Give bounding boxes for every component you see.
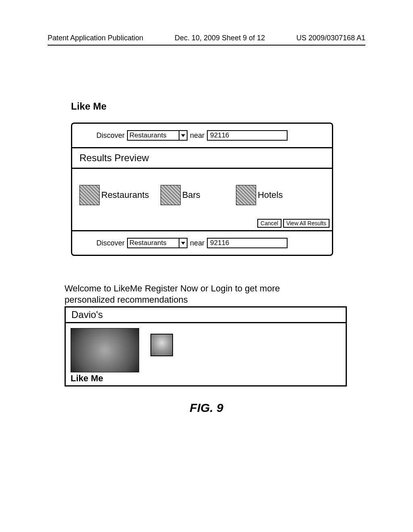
location-value: 92116	[210, 239, 229, 247]
bars-thumb-icon	[161, 185, 181, 205]
restaurant-thumb-icon	[79, 185, 100, 205]
main-panel: Discover Restaurants near 92116 Results …	[71, 123, 333, 256]
patent-header: Patent Application Publication Dec. 10, …	[48, 34, 365, 46]
chevron-down-icon[interactable]	[179, 238, 187, 248]
result-body	[66, 323, 346, 373]
search-bar-top: Discover Restaurants near 92116	[72, 124, 332, 147]
near-label: near	[190, 239, 204, 247]
header-left: Patent Application Publication	[48, 34, 143, 42]
discover-label: Discover	[96, 239, 125, 247]
welcome-text: Welcome to LikeMe Register Now or Login …	[65, 283, 331, 305]
header-center: Dec. 10, 2009 Sheet 9 of 12	[175, 34, 265, 42]
result-card: Davio's Like Me	[65, 306, 347, 387]
location-input[interactable]: 92116	[207, 130, 288, 141]
results-heading: Results Preview	[72, 148, 332, 168]
result-name: Davio's	[66, 308, 346, 323]
hotels-thumb-icon	[236, 185, 256, 205]
category-label: Restaurants	[101, 190, 149, 200]
discover-label: Discover	[96, 131, 125, 140]
category-hotels[interactable]: Hotels	[236, 185, 283, 205]
search-bar-bottom: Discover Restaurants near 92116	[72, 231, 332, 255]
category-restaurants[interactable]: Restaurants	[79, 185, 149, 205]
category-bars[interactable]: Bars	[161, 185, 200, 205]
avatar-icon	[150, 334, 173, 356]
category-select[interactable]: Restaurants	[127, 130, 188, 141]
figure-caption: FIG. 9	[0, 401, 413, 415]
category-value: Restaurants	[129, 131, 167, 139]
category-select[interactable]: Restaurants	[127, 238, 188, 248]
like-me-label: Like Me	[66, 373, 346, 385]
category-value: Restaurants	[129, 239, 167, 247]
header-right: US 2009/0307168 A1	[296, 34, 365, 42]
chevron-down-icon[interactable]	[179, 131, 187, 140]
result-photo-icon	[71, 328, 139, 372]
category-row: Restaurants Bars Hotels	[72, 169, 332, 217]
app-title: Like Me	[71, 101, 106, 112]
location-input[interactable]: 92116	[207, 238, 288, 248]
location-value: 92116	[210, 131, 229, 139]
category-label: Hotels	[258, 190, 283, 200]
cancel-button[interactable]: Cancel	[257, 219, 282, 228]
category-label: Bars	[182, 190, 200, 200]
view-all-button[interactable]: View All Results	[283, 219, 330, 228]
near-label: near	[190, 131, 204, 140]
action-row: Cancel View All Results	[72, 217, 332, 230]
